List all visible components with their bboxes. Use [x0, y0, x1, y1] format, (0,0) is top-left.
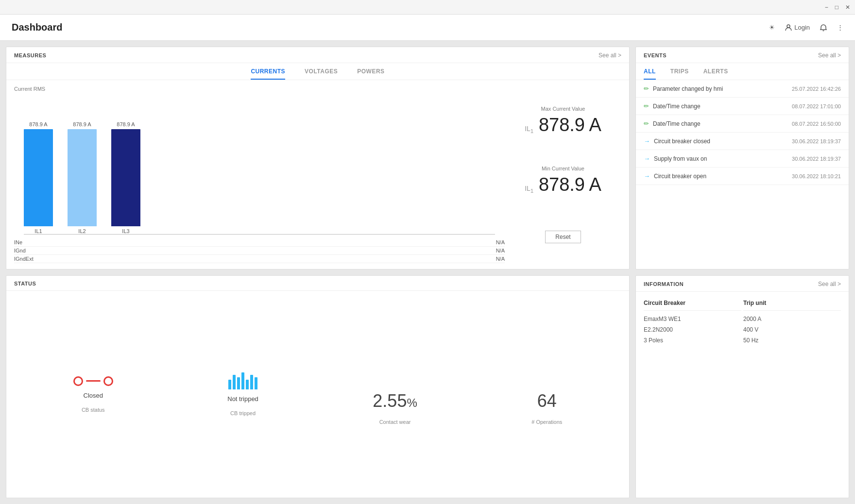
min-current-label: Min Current Value [505, 166, 621, 171]
tab-powers[interactable]: POWERS [357, 68, 384, 80]
minimize-button[interactable]: − [825, 4, 828, 11]
tu-row-2: 400 V [743, 324, 841, 335]
nt-bar-1 [228, 380, 231, 389]
event-row-3: → Circuit breaker closed 30.06.2022 18:1… [636, 133, 849, 150]
cb-row-2: E2.2N2000 [644, 324, 741, 335]
nt-bar-6 [250, 375, 253, 389]
ine-value: N/A [496, 239, 505, 245]
information-header: INFORMATION See all > [636, 276, 849, 292]
igndext-label: IGndExt [14, 256, 34, 262]
tab-voltages[interactable]: VOLTAGES [305, 68, 338, 80]
extra-row-igndext: IGndExt N/A [14, 255, 505, 263]
events-body: ✏ Parameter changed by hmi 25.07.2022 16… [636, 80, 849, 269]
contact-wear-value: 2.55% [373, 391, 417, 411]
tab-trips[interactable]: TRIPS [670, 68, 689, 80]
event-row-0: ✏ Parameter changed by hmi 25.07.2022 16… [636, 80, 849, 98]
bar-group-il2: 878.9 A IL2 [68, 121, 97, 234]
measures-tabs: CURRENTS VOLTAGES POWERS [6, 63, 629, 80]
max-current-section: Max Current Value IL1 878.9 A [505, 106, 621, 135]
arrow-icon-5: → [644, 172, 650, 180]
nt-bar-2 [233, 375, 236, 389]
bar-label-il3: IL3 [122, 228, 129, 234]
event-time-0: 25.07.2022 16:42:26 [792, 86, 841, 92]
max-current-label: Max Current Value [505, 106, 621, 112]
bar-group-il1: 878.9 A IL1 [24, 121, 53, 234]
information-title: INFORMATION [644, 281, 684, 287]
measures-see-all[interactable]: See all > [598, 52, 621, 59]
bar-value-il2: 878.9 A [73, 121, 91, 127]
bar-label-il2: IL2 [78, 228, 86, 234]
status-header: STATUS [6, 276, 629, 291]
arrow-icon-4: → [644, 155, 650, 162]
nt-bar-4 [241, 372, 244, 389]
event-row-1: ✏ Date/Time change 08.07.2022 17:01:00 [636, 98, 849, 115]
events-panel: EVENTS See all > ALL TRIPS ALERTS ✏ Para… [635, 47, 849, 269]
extra-row-ine: INe N/A [14, 238, 505, 247]
events-see-all[interactable]: See all > [818, 52, 841, 59]
nt-bar-7 [255, 377, 257, 389]
title-bar: − □ ✕ [0, 0, 855, 15]
close-button[interactable]: ✕ [845, 4, 850, 11]
max-current-value: IL1 878.9 A [505, 115, 621, 135]
min-il-sub: IL1 [525, 185, 533, 192]
reset-button[interactable]: Reset [545, 231, 581, 243]
trip-unit-header: Trip unit [743, 300, 841, 311]
tab-currents[interactable]: CURRENTS [251, 68, 285, 80]
measures-title: MEASURES [14, 52, 46, 58]
contact-wear-label: Contact wear [379, 419, 411, 425]
closed-icon [73, 376, 113, 386]
tu-row-3: 50 Hz [743, 335, 841, 346]
status-body: Closed CB status Not tripped CB tripped [6, 291, 629, 498]
app-header: Dashboard ☀ Login ⋮ [0, 15, 855, 41]
login-label: Login [794, 24, 810, 31]
status-panel: STATUS Closed CB status [6, 275, 630, 498]
bell-icon[interactable] [820, 24, 827, 32]
event-row-2: ✏ Date/Time change 08.07.2022 16:50:00 [636, 115, 849, 133]
ignd-value: N/A [496, 248, 505, 253]
events-header: EVENTS See all > [636, 47, 849, 63]
event-time-4: 30.06.2022 18:19:37 [792, 156, 841, 162]
extra-rows: INe N/A IGnd N/A IGndExt N/A [14, 238, 505, 263]
header-icons: ☀ Login ⋮ [769, 24, 843, 32]
event-text-4: Supply from vaux on [654, 155, 788, 162]
min-current-section: Min Current Value IL1 878.9 A [505, 166, 621, 195]
status-title: STATUS [14, 281, 36, 286]
bar-il3 [111, 129, 140, 226]
operations-label: # Operations [531, 419, 562, 425]
tab-alerts[interactable]: ALERTS [703, 68, 728, 80]
min-current-number: 878.9 A [539, 174, 601, 195]
igndext-value: N/A [496, 256, 505, 262]
cb-status-label: CB status [82, 407, 105, 413]
circuit-breaker-header: Circuit Breaker [644, 300, 741, 311]
svg-point-0 [787, 25, 790, 28]
information-panel: INFORMATION See all > Circuit Breaker Em… [635, 275, 849, 498]
operations-value: 64 [537, 391, 557, 411]
main-content: MEASURES See all > CURRENTS VOLTAGES POW… [0, 41, 855, 504]
bar-chart: 878.9 A IL1 878.9 A IL2 878.9 A IL3 [14, 96, 505, 234]
nt-bar-5 [246, 380, 249, 389]
cb-tripped-label: CB tripped [230, 410, 256, 416]
arrow-icon-3: → [644, 137, 650, 145]
maximize-button[interactable]: □ [835, 4, 838, 11]
events-tabs: ALL TRIPS ALERTS [636, 63, 849, 80]
information-see-all[interactable]: See all > [818, 281, 841, 287]
light-icon[interactable]: ☀ [769, 24, 775, 31]
measures-panel: MEASURES See all > CURRENTS VOLTAGES POW… [6, 47, 630, 269]
contact-wear-unit: % [407, 396, 417, 409]
event-time-1: 08.07.2022 17:01:00 [792, 103, 841, 109]
chart-label: Current RMS [14, 86, 505, 92]
tu-row-1: 2000 A [743, 314, 841, 324]
information-body: Circuit Breaker EmaxM3 WE1 E2.2N2000 3 P… [636, 292, 849, 498]
measures-header: MEASURES See all > [6, 47, 629, 63]
max-il-sub: IL1 [525, 125, 533, 133]
user-icon[interactable]: Login [785, 24, 810, 32]
window-controls: − □ ✕ [825, 4, 850, 11]
status-item-contact-wear: 2.55% Contact wear [373, 364, 417, 425]
more-menu-icon[interactable]: ⋮ [837, 24, 843, 31]
tab-all[interactable]: ALL [644, 68, 656, 80]
circle-red-right [103, 376, 113, 386]
max-current-number: 878.9 A [539, 115, 601, 135]
ignd-label: IGnd [14, 248, 26, 253]
page-title: Dashboard [12, 22, 62, 33]
event-text-2: Date/Time change [653, 120, 788, 127]
